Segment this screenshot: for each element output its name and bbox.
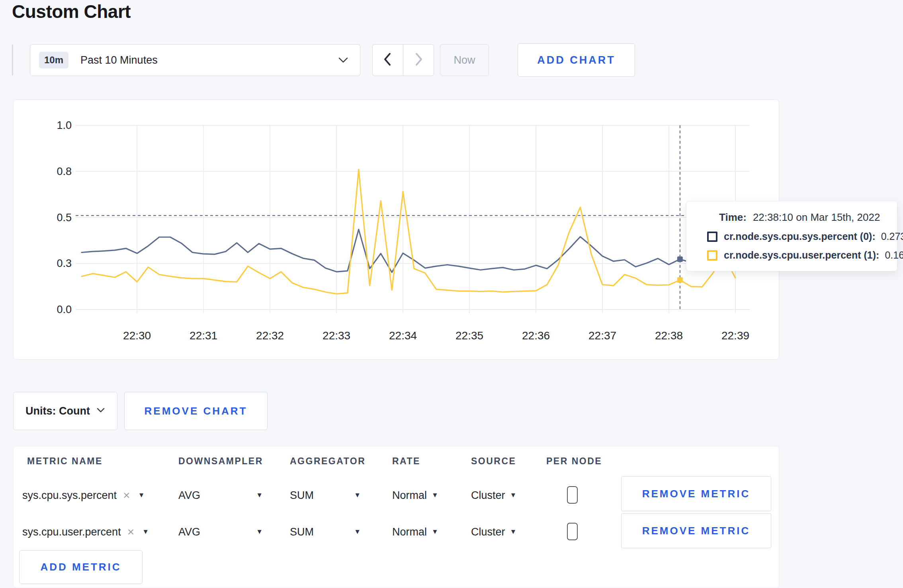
x-axis-label: 22:37 <box>588 329 616 342</box>
dropdown-caret-icon: ▼ <box>510 525 517 539</box>
units-dropdown[interactable]: Units: Count <box>13 392 117 430</box>
series-line-0 <box>82 230 735 273</box>
col-header-per-node: PER NODE <box>546 456 602 467</box>
aggregator-value: SUM <box>290 489 314 502</box>
metric-name-text: sys.cpu.user.percent <box>22 525 121 539</box>
x-axis-label: 22:31 <box>190 329 217 342</box>
dropdown-caret-icon: ▼ <box>256 525 263 539</box>
y-axis-label: 0.8 <box>57 165 72 177</box>
units-label: Units: Count <box>25 405 90 417</box>
rate-select[interactable]: Normal ▼ <box>392 525 438 539</box>
tooltip-series-name: cr.node.sys.cpu.sys.percent (0): <box>724 231 876 242</box>
col-header-rate: RATE <box>392 456 420 467</box>
dropdown-caret-icon: ▼ <box>510 489 517 502</box>
dropdown-caret-icon[interactable]: ▼ <box>138 489 145 502</box>
source-select[interactable]: Cluster ▼ <box>471 525 516 539</box>
y-axis-label: 1.0 <box>57 119 72 131</box>
col-header-metric-name: METRIC NAME <box>27 456 103 467</box>
rate-value: Normal <box>392 489 427 502</box>
source-value: Cluster <box>471 489 505 502</box>
source-select[interactable]: Cluster ▼ <box>471 489 516 502</box>
tooltip-series-value: 0.1601 <box>885 249 903 261</box>
timeseries-chart[interactable]: 0.00.30.50.81.022:3022:3122:3222:3322:34… <box>0 0 903 378</box>
dropdown-caret-icon: ▼ <box>354 489 361 502</box>
aggregator-select[interactable]: SUM ▼ <box>290 489 361 502</box>
dropdown-caret-icon: ▼ <box>432 525 438 539</box>
custom-chart-page: Custom Chart 10m Past 10 Minutes Now ADD… <box>0 0 903 588</box>
tooltip-time-value: 22:38:10 on Mar 15th, 2022 <box>753 211 880 224</box>
tooltip-series-row: cr.node.sys.cpu.sys.percent (0): 0.2732 <box>707 231 887 242</box>
y-axis-label: 0.0 <box>57 304 72 315</box>
x-axis-label: 22:34 <box>389 329 417 342</box>
dropdown-caret-icon: ▼ <box>432 489 438 502</box>
chevron-down-icon <box>96 407 105 415</box>
rate-value: Normal <box>392 525 427 539</box>
x-axis-label: 22:30 <box>123 329 151 342</box>
x-axis-label: 22:38 <box>655 329 683 342</box>
tooltip-time-row: Time: 22:38:10 on Mar 15th, 2022 <box>719 211 887 224</box>
dropdown-caret-icon: ▼ <box>256 489 263 502</box>
remove-metric-x-icon[interactable]: × <box>127 525 135 539</box>
y-axis-label: 0.5 <box>57 212 72 224</box>
series-swatch-icon <box>707 250 717 261</box>
tooltip-time-label: Time: <box>719 211 747 224</box>
rate-select[interactable]: Normal ▼ <box>392 489 438 502</box>
col-header-aggregator: AGGREGATOR <box>290 456 366 467</box>
add-metric-button[interactable]: ADD METRIC <box>19 550 143 584</box>
series-line-1 <box>82 169 735 294</box>
remove-metric-button[interactable]: REMOVE METRIC <box>621 476 771 511</box>
metric-name-text: sys.cpu.sys.percent <box>22 489 117 502</box>
x-axis-label: 22:33 <box>322 329 350 342</box>
downsampler-select[interactable]: AVG ▼ <box>178 489 263 502</box>
remove-metric-button[interactable]: REMOVE METRIC <box>621 513 771 548</box>
remove-metric-x-icon[interactable]: × <box>123 489 130 502</box>
per-node-checkbox[interactable] <box>567 523 578 540</box>
dropdown-caret-icon[interactable]: ▼ <box>142 525 149 539</box>
metric-name-cell[interactable]: sys.cpu.user.percent × ▼ <box>22 525 149 539</box>
aggregator-select[interactable]: SUM ▼ <box>290 525 361 539</box>
x-axis-label: 22:36 <box>522 329 550 342</box>
tooltip-series-value: 0.2732 <box>881 231 903 242</box>
downsampler-value: AVG <box>178 489 200 502</box>
col-header-source: SOURCE <box>471 456 516 467</box>
tooltip-series-row: cr.node.sys.cpu.user.percent (1): 0.1601 <box>707 249 887 261</box>
aggregator-value: SUM <box>290 525 314 539</box>
x-axis-label: 22:35 <box>455 329 483 342</box>
downsampler-value: AVG <box>178 525 200 539</box>
chart-tooltip: Time: 22:38:10 on Mar 15th, 2022 cr.node… <box>686 201 897 271</box>
metric-name-cell[interactable]: sys.cpu.sys.percent × ▼ <box>22 489 145 502</box>
source-value: Cluster <box>471 525 505 539</box>
per-node-checkbox[interactable] <box>567 486 578 504</box>
hover-point-0 <box>677 257 683 262</box>
col-header-downsampler: DOWNSAMPLER <box>178 456 263 467</box>
downsampler-select[interactable]: AVG ▼ <box>178 525 263 539</box>
hover-point-1 <box>677 277 683 283</box>
x-axis-label: 22:39 <box>721 329 749 342</box>
series-swatch-icon <box>707 232 717 242</box>
y-axis-label: 0.3 <box>57 257 72 269</box>
tooltip-series-name: cr.node.sys.cpu.user.percent (1): <box>724 249 879 261</box>
x-axis-label: 22:32 <box>256 329 284 342</box>
dropdown-caret-icon: ▼ <box>354 525 361 539</box>
remove-chart-button[interactable]: REMOVE CHART <box>124 392 268 430</box>
